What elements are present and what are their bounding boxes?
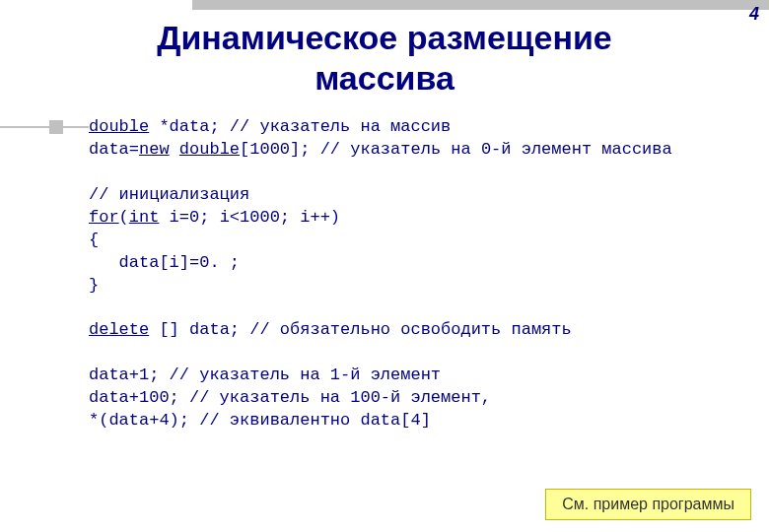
keyword-new: new bbox=[139, 140, 170, 159]
code-text: data+1; // указатель на 1-й элемент bbox=[89, 366, 441, 384]
top-bar bbox=[192, 0, 769, 10]
page-number: 4 bbox=[749, 4, 759, 25]
code-text: ( bbox=[119, 208, 129, 227]
keyword-delete: delete bbox=[89, 320, 149, 339]
keyword-int: int bbox=[129, 208, 160, 227]
code-brace: } bbox=[89, 276, 99, 295]
code-brace: { bbox=[89, 231, 99, 249]
keyword-double: double bbox=[179, 140, 240, 159]
code-text: *data; // указатель на массив bbox=[149, 117, 451, 136]
code-text: *(data+4); // эквивалентно data[4] bbox=[89, 411, 431, 430]
keyword-double: double bbox=[89, 117, 149, 136]
footer-note: См. пример программы bbox=[545, 489, 751, 520]
slide-title: Динамическое размещение массива bbox=[89, 18, 680, 99]
decoration-square bbox=[49, 120, 63, 134]
code-text: i=0; i<1000; i++) bbox=[159, 208, 340, 227]
code-block: double *data; // указатель на массив dat… bbox=[89, 116, 749, 432]
code-text: data+100; // указатель на 100-й элемент, bbox=[89, 388, 491, 407]
code-text bbox=[170, 140, 179, 159]
keyword-for: for bbox=[89, 208, 119, 227]
code-text: [1000]; // указатель на 0-й элемент масс… bbox=[240, 140, 672, 159]
code-text: data[i]=0. ; bbox=[89, 253, 240, 272]
code-text: [] data; // обязательно освободить памят… bbox=[149, 320, 571, 339]
code-text: data= bbox=[89, 140, 139, 159]
decoration-line bbox=[0, 126, 89, 128]
code-comment: // инициализация bbox=[89, 185, 249, 204]
